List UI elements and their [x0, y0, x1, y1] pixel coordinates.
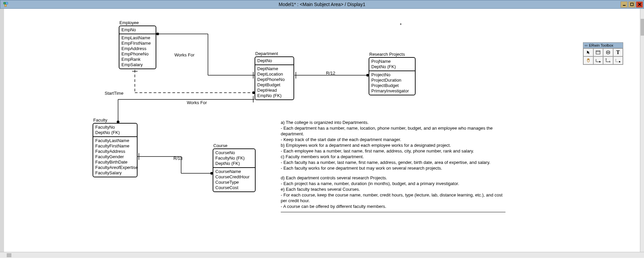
svg-rect-1 [6, 2, 8, 4]
tool-non-identifying-relationship[interactable] [613, 56, 623, 64]
erwin-toolbox[interactable]: ▭ ERwin Toolbox T [583, 42, 623, 65]
relationship-label-worksfor1: Works For [174, 52, 195, 57]
description-divider [281, 212, 505, 212]
close-button[interactable] [636, 1, 643, 8]
svg-point-33 [606, 53, 610, 54]
entity-employee-attrs: EmpLastName EmpFIrstName EmpAddress EmpP… [119, 34, 156, 69]
entity-faculty-title: Faculty [93, 118, 107, 123]
entity-department-title: Department [255, 51, 278, 56]
toolbox-sysmenu-icon[interactable]: ▭ [585, 44, 588, 47]
window-controls [621, 1, 644, 8]
svg-line-41 [605, 58, 606, 59]
svg-marker-45 [619, 61, 621, 62]
horizontal-scroll-thumb[interactable] [7, 253, 11, 257]
entity-faculty-attrs: FacultyLastName FacultyFirstName Faculty… [93, 137, 137, 177]
tool-identifying-relationship[interactable] [593, 56, 603, 64]
entity-faculty[interactable]: Faculty FacultyNo DeptNo (FK) FacultyLas… [93, 123, 138, 177]
tool-many-to-many-relationship[interactable] [603, 56, 613, 64]
entity-course[interactable]: Course CourseNo FacultyNo (FK) DeptNo (F… [213, 148, 256, 192]
entity-department-pk: DeptNo [255, 57, 293, 65]
entity-course-title: Course [213, 143, 227, 148]
entity-employee-title: Employee [119, 20, 139, 25]
relationship-label-r13: R/13 [173, 156, 182, 161]
entity-research-pk: ProjName DeptNo (FK) [369, 58, 415, 71]
vertical-scroll-thumb[interactable] [641, 19, 644, 36]
maximize-button[interactable] [628, 1, 635, 8]
tool-entity[interactable] [593, 48, 603, 56]
svg-marker-36 [599, 61, 601, 62]
app-icon [2, 1, 9, 8]
entity-faculty-pk: FacultyNo DeptNo (FK) [93, 124, 137, 137]
entity-research-title: Research Projects [369, 52, 405, 57]
entity-research-projects[interactable]: Research Projects ProjName DeptNo (FK) P… [369, 57, 416, 95]
minimize-button[interactable] [621, 1, 628, 8]
svg-rect-2 [5, 5, 6, 6]
toolbox-titlebar[interactable]: ▭ ERwin Toolbox [583, 43, 623, 48]
entity-course-attrs: CourseName CourseCredtHour CourseType Co… [213, 168, 255, 191]
vertical-scrollbar[interactable] [640, 9, 644, 252]
entity-research-attrs: ProjectNo ProjectDuration ProjectBudget … [369, 71, 415, 95]
diagram-canvas[interactable]: * Works For StartTime Works For R/12 R/1… [0, 9, 644, 252]
tool-view[interactable] [603, 48, 613, 56]
entity-employee[interactable]: Employee EmpNo EmpLastName EmpFIrstName … [119, 26, 156, 69]
toolbox-title-text: ERwin Toolbox [589, 43, 613, 47]
entity-course-pk: CourseNo FacultyNo (FK) DeptNo (FK) [213, 149, 255, 168]
svg-rect-28 [596, 51, 600, 54]
svg-rect-4 [631, 3, 633, 6]
entity-department-attrs: DeptName DeptLocation DeptPhoneNo DeptBu… [255, 65, 293, 99]
tool-text[interactable]: T [613, 48, 623, 56]
window-title: Model1* : <Main Subject Area> / Display1 [279, 2, 365, 7]
relationship-label-r12: R/12 [326, 71, 335, 76]
svg-point-10 [156, 33, 159, 35]
window-titlebar: Model1* : <Main Subject Area> / Display1 [0, 0, 644, 9]
svg-point-30 [606, 51, 610, 52]
description-text: a) The college is organized into Departm… [281, 120, 505, 212]
relationship-label-worksfor2: Works For [187, 100, 207, 105]
svg-rect-0 [4, 2, 5, 4]
tool-pointer[interactable] [583, 48, 593, 56]
horizontal-scrollbar[interactable] [0, 252, 644, 258]
relationship-label-starttime: StartTime [105, 91, 123, 96]
entity-employee-pk: EmpNo [119, 26, 156, 34]
entity-department[interactable]: Department DeptNo DeptName DeptLocation … [255, 56, 294, 100]
asterisk-marker: * [400, 22, 401, 28]
tool-hand[interactable] [583, 56, 593, 64]
svg-line-42 [606, 58, 607, 59]
